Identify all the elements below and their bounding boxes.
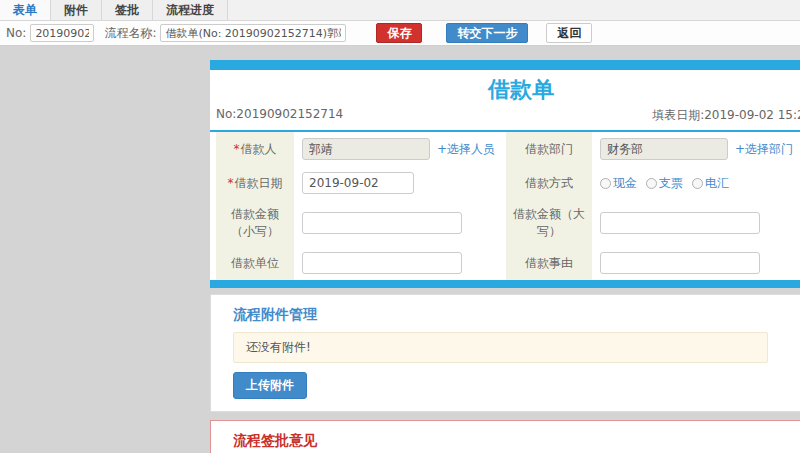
loan-date-input[interactable] (302, 172, 414, 194)
form-bottom-bar (210, 280, 800, 288)
no-attachment-alert: 还没有附件! (233, 332, 768, 363)
amount-upper-label: 借款金额（大写） (506, 200, 592, 246)
amount-lower-label: 借款金额（小写） (216, 200, 294, 246)
payment-method-radio-cheque[interactable]: 支票 (646, 175, 683, 192)
tab-attachment[interactable]: 附件 (51, 0, 102, 20)
radio-icon (600, 178, 611, 189)
tab-progress[interactable]: 流程进度 (153, 0, 228, 20)
save-button[interactable]: 保存 (376, 23, 422, 43)
radio-icon (646, 178, 657, 189)
approval-panel-title: 流程签批意见 (233, 432, 800, 450)
loan-date-field (294, 166, 506, 200)
command-bar: No: 流程名称: 保存 转交下一步 返回 (0, 21, 800, 46)
amount-lower-field (294, 200, 506, 246)
loan-unit-field (294, 246, 506, 280)
department-input[interactable] (600, 138, 728, 160)
form-no-text: No:20190902152714 (216, 107, 343, 124)
department-label: 借款部门 (506, 132, 592, 166)
attachment-panel: 流程附件管理 还没有附件! 上传附件 (210, 294, 800, 412)
no-label: No: (6, 26, 26, 40)
form-date-text: 填表日期:2019-09-02 15:27:1 (652, 107, 800, 124)
flow-no-input[interactable] (30, 24, 94, 42)
tab-form[interactable]: 表单 (0, 0, 51, 20)
required-asterisk: * (228, 176, 234, 190)
borrower-field: +选择人员 (294, 132, 506, 166)
borrower-input[interactable] (302, 138, 430, 160)
loan-reason-input[interactable] (600, 252, 760, 274)
form-table: *借款人 +选择人员 借款部门 +选择部门 *借款日期 借款方式 (216, 132, 800, 280)
payment-method-radio-cash[interactable]: 现金 (600, 175, 637, 192)
upload-attachment-button[interactable]: 上传附件 (233, 372, 307, 399)
loan-reason-field (592, 246, 800, 280)
method-field: 现金 支票 电汇 (592, 166, 800, 200)
loan-reason-label: 借款事由 (506, 246, 592, 280)
borrower-label: *借款人 (216, 132, 294, 166)
form-title: 借款单 (210, 70, 800, 103)
flow-name-label: 流程名称: (104, 25, 156, 42)
amount-upper-field (592, 200, 800, 246)
payment-method-radios: 现金 支票 电汇 (600, 175, 729, 192)
select-person-link[interactable]: +选择人员 (437, 141, 495, 158)
amount-upper-input[interactable] (600, 212, 760, 234)
select-department-link[interactable]: +选择部门 (735, 141, 793, 158)
main-content: 借款单 No:20190902152714 填表日期:2019-09-02 15… (210, 60, 800, 453)
department-field: +选择部门 (592, 132, 800, 166)
method-label: 借款方式 (506, 166, 592, 200)
flow-name-input[interactable] (160, 24, 346, 42)
next-step-button[interactable]: 转交下一步 (446, 23, 528, 43)
loan-date-label: *借款日期 (216, 166, 294, 200)
amount-lower-input[interactable] (302, 212, 462, 234)
radio-icon (692, 178, 703, 189)
form-meta-row: No:20190902152714 填表日期:2019-09-02 15:27:… (210, 103, 800, 130)
loan-unit-input[interactable] (302, 252, 462, 274)
tab-approval[interactable]: 签批 (102, 0, 153, 20)
approval-panel: 流程签批意见 B I abc (210, 420, 800, 453)
form-top-bar (210, 60, 800, 70)
loan-unit-label: 借款单位 (216, 246, 294, 280)
attachment-panel-title: 流程附件管理 (233, 306, 800, 324)
payment-method-radio-wire[interactable]: 电汇 (692, 175, 729, 192)
tab-bar: 表单 附件 签批 流程进度 (0, 0, 800, 21)
loan-form-card: 借款单 No:20190902152714 填表日期:2019-09-02 15… (210, 60, 800, 288)
required-asterisk: * (234, 142, 240, 156)
back-button[interactable]: 返回 (546, 23, 592, 43)
